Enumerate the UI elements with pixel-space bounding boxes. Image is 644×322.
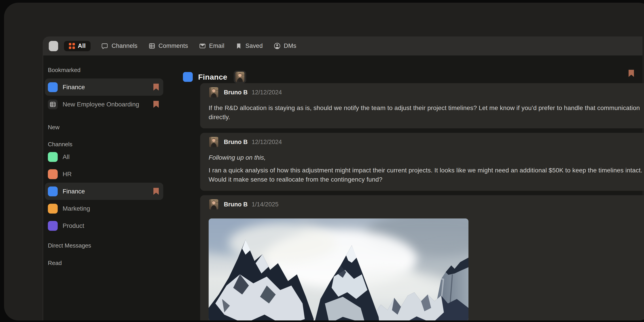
window-edge-divider [43,56,43,320]
channel-color-icon [48,221,58,231]
tab-channels[interactable]: Channels [102,42,138,50]
sidebar-item-label: Finance [62,84,85,91]
bookmarked-list: Finance New Employee Onboarding [43,78,166,113]
channel-color-icon [48,82,58,92]
sidebar-section-channels: Channels [48,141,166,147]
bookmark-icon [235,42,242,50]
sidebar-item-label: All [62,154,70,160]
tab-comments[interactable]: Comments [148,42,188,50]
channels-list: All HR Finance Marketing Product [43,148,166,234]
tab-all[interactable]: All [64,41,90,51]
message-body: I ran a quick analysis of how this adjus… [209,166,644,184]
sidebar-item-product[interactable]: Product [45,217,163,234]
message-author: Bruno B [224,139,248,146]
channel-color-icon [48,204,58,214]
tab-email-label: Email [209,42,224,50]
channel-color-icon [48,169,58,179]
avatar [209,87,219,98]
sidebar: Bookmarked Finance New Employee Onboardi… [43,56,166,320]
channel-color-icon [183,72,193,82]
sidebar-section-new: New [48,124,166,130]
bookmark-icon [154,84,159,90]
message-header: Bruno B 1/14/2025 [209,199,644,210]
mark-all-read-button[interactable] [49,41,58,51]
message-date: 1/14/2025 [252,201,278,208]
avatar [209,137,219,147]
member-avatar[interactable] [234,71,246,83]
message-date: 12/12/2024 [252,89,282,96]
channel-header: Finance [183,56,642,83]
message-author: Bruno B [224,89,248,96]
channel-view: Finance Bruno B 12/12/2024 If the R&D al… [183,56,642,320]
sidebar-item-label: Product [62,222,84,230]
sidebar-section-read: Read [48,260,166,266]
mountain-photo [209,218,468,320]
sidebar-item-label: New Employee Onboarding [62,101,139,108]
bookmark-icon [154,188,159,195]
speech-bubble-icon [102,42,108,50]
sidebar-item-marketing[interactable]: Marketing [45,200,163,217]
sidebar-section-bookmarked: Bookmarked [48,67,166,73]
app-window: All Channels Comments [43,36,642,320]
message-quote-intro: Following up on this, [209,153,644,162]
device-screen: All Channels Comments [4,3,644,320]
tab-dms[interactable]: DMs [274,42,296,50]
sidebar-item-label: Finance [62,188,85,195]
message-list: Bruno B 12/12/2024 If the R&D allocation… [200,83,642,320]
person-circle-icon [274,42,281,50]
sidebar-item-all[interactable]: All [45,148,163,166]
sidebar-item-finance[interactable]: Finance [45,78,163,96]
bookmark-icon [154,101,159,108]
tab-email[interactable]: Email [199,42,224,50]
grid-4-icon [69,43,75,49]
table-icon [148,42,156,50]
sidebar-item-hr[interactable]: HR [45,166,163,183]
message-header: Bruno B 12/12/2024 [209,137,644,147]
tab-saved[interactable]: Saved [235,42,263,50]
message-body: If the R&D allocation is staying as is, … [209,103,644,122]
sidebar-item-label: Marketing [62,205,90,212]
envelope-icon [199,42,206,50]
message-author: Bruno B [224,201,248,208]
sidebar-section-direct-messages: Direct Messages [48,242,166,249]
channel-bookmark-icon[interactable] [628,70,634,77]
tab-channels-label: Channels [112,42,138,50]
avatar [209,199,219,210]
message-card[interactable]: Bruno B 12/12/2024 If the R&D allocation… [200,83,644,128]
message-header: Bruno B 12/12/2024 [209,87,644,98]
sidebar-item-label: HR [62,170,72,178]
mountain-photo-attachment[interactable] [209,218,468,320]
tab-saved-label: Saved [245,42,263,50]
avatar [236,72,244,82]
tab-all-label: All [78,42,86,50]
channel-color-icon [48,186,58,196]
message-card[interactable]: Bruno B 12/12/2024 Following up on this,… [200,133,644,191]
tab-dms-label: DMs [284,42,296,50]
inbox-toolbar: All Channels Comments [43,36,642,56]
tab-comments-label: Comments [158,42,188,50]
message-date: 12/12/2024 [252,139,282,146]
sidebar-item-finance-channel[interactable]: Finance [45,183,163,200]
message-card[interactable]: Bruno B 1/14/2025 [200,195,644,320]
table-doc-icon [48,100,58,109]
channel-title: Finance [198,73,228,82]
sidebar-item-new-employee-onboarding[interactable]: New Employee Onboarding [45,96,163,113]
double-check-icon [50,42,57,50]
channel-color-icon [48,152,58,162]
